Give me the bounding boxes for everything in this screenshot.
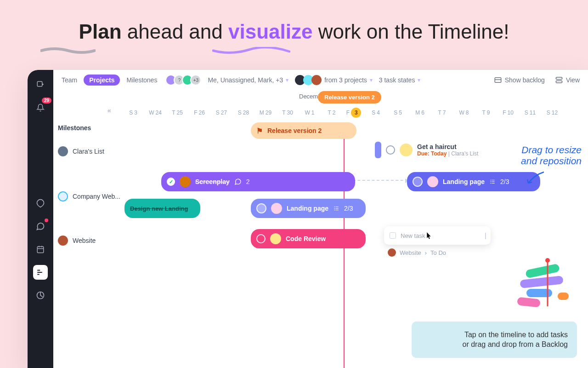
task-title: Design new Landing xyxy=(130,205,188,212)
chevron-right-icon: › xyxy=(425,249,427,256)
status-circle-icon[interactable] xyxy=(256,234,266,243)
status-circle-icon[interactable] xyxy=(386,145,395,155)
avatar-stack[interactable]: ? +3 xyxy=(168,75,201,86)
date-cell[interactable]: T2 xyxy=(321,109,343,116)
chevron-down-icon: ▾ xyxy=(370,77,373,83)
collapse-icon[interactable]: « xyxy=(107,107,111,114)
tab-projects[interactable]: Projects xyxy=(84,75,120,86)
milestone-bar[interactable]: ⚑ Release version 2 xyxy=(251,122,356,139)
project-icon xyxy=(58,146,68,156)
svg-rect-5 xyxy=(556,81,562,83)
svg-rect-8 xyxy=(526,289,552,297)
task-title: Get a haircut xyxy=(417,143,478,150)
chat-icon[interactable] xyxy=(33,219,48,234)
row-header-website[interactable]: Website xyxy=(58,236,121,246)
avatar xyxy=(270,233,281,244)
date-cell[interactable]: S12 xyxy=(541,109,563,116)
checkbox-icon[interactable] xyxy=(390,232,396,239)
svg-rect-4 xyxy=(556,77,562,80)
task-bar-segment[interactable] xyxy=(375,142,381,158)
comment-icon xyxy=(234,178,242,185)
task-landing-page-1[interactable]: Landing page 2/3 xyxy=(251,199,366,218)
view-icon xyxy=(555,76,563,84)
task-screenplay[interactable]: ✓ Screenplay 2 xyxy=(161,172,355,191)
calendar-icon[interactable] xyxy=(33,242,48,257)
date-cell[interactable]: S11 xyxy=(519,109,541,116)
subtasks-icon xyxy=(333,205,339,212)
date-cell[interactable]: F10 xyxy=(497,109,519,116)
subtasks-icon xyxy=(489,178,496,185)
date-cell[interactable]: T9 xyxy=(475,109,497,116)
avatar xyxy=(180,176,191,187)
date-cell[interactable]: M6 xyxy=(409,109,431,116)
avatar xyxy=(400,144,413,156)
task-design-landing[interactable]: Design new Landing xyxy=(124,199,200,218)
date-cell[interactable]: S5 xyxy=(387,109,409,116)
hero-word-plan: Plan xyxy=(79,20,122,43)
show-backlog-button[interactable]: Show backlog xyxy=(494,76,545,84)
side-rail: 29 xyxy=(28,70,53,368)
project-icon xyxy=(311,75,322,85)
backlog-icon xyxy=(494,76,502,84)
svg-rect-7 xyxy=(520,276,563,288)
states-filter[interactable]: 3 task states▾ xyxy=(379,76,421,84)
goals-icon[interactable] xyxy=(33,196,48,211)
new-task-card[interactable]: New task || xyxy=(384,226,491,245)
svg-rect-9 xyxy=(558,293,569,300)
progress-icon xyxy=(256,203,266,213)
timeline-icon[interactable] xyxy=(33,265,48,280)
chevron-down-icon: ▾ xyxy=(418,77,420,83)
task-title: Screenplay xyxy=(195,178,230,185)
people-filter[interactable]: Me, Unassigned, Mark, +3▾ xyxy=(208,76,288,84)
task-landing-page-2[interactable]: Landing page 2/3 xyxy=(407,172,540,191)
flag-icon: ⚑ xyxy=(256,126,263,135)
chevron-down-icon: ▾ xyxy=(286,77,288,83)
task-code-review[interactable]: Code Review xyxy=(251,229,366,248)
row-header-clara[interactable]: Clara's List xyxy=(58,146,121,156)
new-item-icon[interactable] xyxy=(33,77,48,92)
notification-badge: 29 xyxy=(42,98,51,104)
new-task-placeholder: New task xyxy=(401,232,425,239)
check-icon[interactable]: ✓ xyxy=(167,178,175,186)
projects-filter[interactable]: from 3 projects▾ xyxy=(295,75,373,85)
date-cell[interactable]: W8 xyxy=(453,109,475,116)
row-header-milestones[interactable]: Milestones xyxy=(58,124,121,132)
view-button[interactable]: View xyxy=(555,76,580,84)
chat-unread-dot xyxy=(45,218,48,222)
dependency-arrow xyxy=(353,180,408,181)
tip-callout: Tap on the timeline to add tasks or drag… xyxy=(412,322,577,358)
date-cell[interactable]: T25 xyxy=(166,109,188,116)
milestone-tag[interactable]: Release version 2 xyxy=(318,91,381,104)
scribble-underline-plan-icon xyxy=(40,46,96,55)
drag-handle-icon[interactable]: || xyxy=(485,232,485,239)
topbar: Team Projects Milestones ? +3 Me, Unassi… xyxy=(53,70,588,90)
date-cell[interactable]: W1 xyxy=(299,109,321,116)
row-header-company[interactable]: Company Web... xyxy=(58,191,121,201)
reports-icon[interactable] xyxy=(33,288,48,303)
svg-point-12 xyxy=(545,258,550,263)
subtask-count: 2/3 xyxy=(500,178,509,185)
avatar xyxy=(271,203,282,214)
date-cell[interactable]: W24 xyxy=(144,109,166,116)
new-task-breadcrumb[interactable]: Website › To Do xyxy=(388,248,446,257)
date-cell[interactable]: T30 xyxy=(277,109,299,116)
date-cell[interactable]: S4 xyxy=(365,109,387,116)
project-icon xyxy=(58,236,68,246)
tab-milestones[interactable]: Milestones xyxy=(126,76,157,84)
cursor-pointer-icon xyxy=(424,232,434,244)
date-cell[interactable]: F26 xyxy=(188,109,210,116)
date-cell[interactable]: S3 xyxy=(122,109,144,116)
hero-word-visualize: visualize xyxy=(228,20,312,43)
date-cell[interactable]: S27 xyxy=(210,109,232,116)
date-cell[interactable]: T7 xyxy=(431,109,453,116)
date-cell[interactable]: S28 xyxy=(232,109,254,116)
date-cell[interactable]: F 3 xyxy=(343,108,365,118)
svg-rect-1 xyxy=(37,247,44,253)
scribble-underline-visualize-icon xyxy=(212,47,290,55)
tab-team[interactable]: Team xyxy=(62,76,77,84)
task-title: Landing page xyxy=(287,205,328,212)
date-cell[interactable]: M29 xyxy=(254,109,277,116)
progress-icon xyxy=(413,177,423,187)
notifications-icon[interactable]: 29 xyxy=(33,100,48,115)
task-haircut[interactable]: Get a haircut Due: Today | Clara's List xyxy=(375,142,478,158)
